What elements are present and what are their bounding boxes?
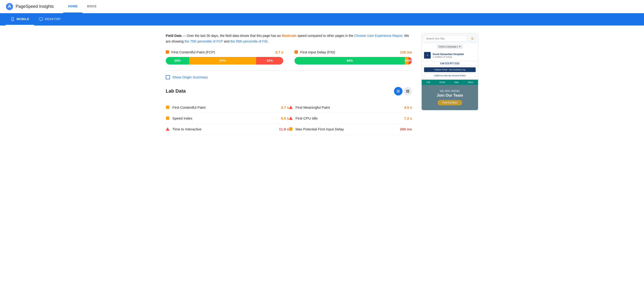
square-orange-icon-3 [289, 127, 292, 131]
lab-si-icon [166, 116, 170, 120]
origin-summary-checkbox[interactable] [166, 75, 170, 79]
lab-fci-name: First CPU Idle [296, 116, 401, 120]
fid-bar-green: 94% [294, 57, 405, 64]
svg-point-13 [472, 38, 473, 39]
fid-metric-card: First Input Delay (FID) 116 ms 94% 3% 3% [294, 50, 412, 64]
preview-buttons: Patient Portal - My.Goodsam.org Californ… [422, 66, 478, 80]
preview-attorney-button[interactable]: California Attorney General Notice [424, 73, 476, 78]
grid-view-icon [406, 89, 410, 93]
svg-line-14 [473, 39, 474, 40]
preview-hero-title: WE ARE HIRING [424, 90, 476, 92]
tab-desktop[interactable]: DESKTOP [34, 13, 65, 25]
lab-si-name: Speed Index [172, 116, 278, 120]
lab-mpfid-icon [289, 127, 293, 131]
field-data-section: Field Data — Over the last 30 days, the … [166, 33, 412, 79]
main-content: Field Data — Over the last 30 days, the … [156, 25, 488, 142]
preview-hospital-name: Good Samaritan Hospital [432, 52, 464, 56]
lab-fmp-icon [289, 105, 293, 109]
fcp-bar-green: 20% [166, 57, 189, 64]
preview-hospital-subtitle: A Tradition of Caring [432, 56, 464, 58]
preview-hospital-header: ✦ Good Samaritan Hospital A Tradition of… [422, 50, 478, 61]
svg-rect-3 [39, 18, 42, 20]
fcp-progress-bar: 20% 57% 22% [166, 57, 283, 64]
fid-dot-icon [294, 50, 298, 54]
preview-hero-big: Join Our Team [424, 93, 476, 98]
toggle-list-view-button[interactable] [394, 87, 402, 95]
preview-nav-email[interactable]: Email [440, 81, 445, 83]
lab-fcp-name: First Contentful Paint [172, 105, 278, 109]
lab-data-section: Lab Data [166, 87, 412, 135]
tab-mobile[interactable]: MOBILE [6, 13, 34, 25]
lab-si-value: 5.5 s [281, 116, 289, 120]
fcp-bar-red: 22% [256, 57, 283, 64]
fid-bar-red: 3% [408, 57, 412, 64]
speed-rating: Moderate [282, 34, 296, 38]
field-data-desc1: — Over the last 30 days, the field data … [182, 34, 282, 38]
fcp-metric-card: First Contentful Paint (FCP) 2.7 s 20% 5… [166, 50, 283, 64]
origin-summary-row[interactable]: Show Origin Summary [166, 75, 412, 79]
lab-metric-fcp: First Contentful Paint 3.7 s [166, 102, 289, 113]
right-panel: Select Language | ▼ ✦ Good Samaritan Hos… [422, 33, 478, 135]
nav-home[interactable]: HOME [63, 0, 82, 13]
field-data-desc2: speed compared to other pages in the [297, 34, 354, 38]
site-preview: Select Language | ▼ ✦ Good Samaritan Hos… [422, 33, 478, 110]
field-metrics-row: First Contentful Paint (FCP) 2.7 s 20% 5… [166, 50, 412, 64]
preview-hero-button[interactable]: Find Out More [438, 100, 462, 105]
lab-metric-tti: Time to Interactive 11.8 s [166, 124, 289, 135]
preview-nav-bar: Call Email Map Menu [422, 80, 478, 85]
chrome-report-link[interactable]: Chrome User Experience Report [354, 34, 402, 38]
toggle-grid-view-button[interactable] [404, 87, 412, 95]
field-data-title: Field Data [166, 34, 182, 38]
svg-point-2 [12, 20, 13, 20]
svg-rect-9 [406, 90, 408, 91]
top-nav: PageSpeed Insights HOME DOCS [0, 0, 644, 13]
svg-rect-12 [408, 91, 409, 92]
triangle-red-icon-2 [289, 117, 293, 120]
view-toggle [394, 87, 412, 95]
preview-search-button[interactable] [469, 35, 476, 42]
field-data-desc5: . [268, 39, 268, 43]
lab-metric-fmp: First Meaningful Paint 4.5 s [289, 102, 412, 113]
fcp-bar-orange: 57% [189, 57, 256, 64]
lab-metric-mpfid: Max Potential First Input Delay 200 ms [289, 124, 412, 135]
fid-progress-bar: 94% 3% 3% [294, 57, 412, 64]
preview-nav-map[interactable]: Map [454, 81, 458, 83]
preview-lang-button[interactable]: Select Language | ▼ [437, 45, 463, 49]
fid-header: First Input Delay (FID) 116 ms [294, 50, 412, 54]
triangle-red-icon [289, 106, 293, 109]
preview-hospital-logo-icon: ✦ [424, 52, 431, 59]
triangle-red-icon-3 [166, 127, 170, 131]
square-orange-icon-2 [166, 117, 169, 120]
fcp-value: 2.7 s [275, 50, 283, 54]
preview-patient-portal-button[interactable]: Patient Portal - My.Goodsam.org [424, 67, 476, 72]
fcp-percentile-link[interactable]: the 75th percentile of FCP [184, 39, 223, 43]
desktop-icon [39, 17, 43, 21]
lab-fci-icon [289, 116, 293, 120]
preview-call-bar: Call 213.977.2121 [422, 61, 478, 66]
nav-links: HOME DOCS [63, 0, 101, 13]
origin-summary-label[interactable]: Show Origin Summary [172, 75, 208, 79]
svg-rect-10 [408, 90, 409, 91]
lab-tti-icon [166, 127, 170, 131]
lab-mpfid-value: 200 ms [400, 127, 412, 131]
preview-nav-call[interactable]: Call [426, 81, 430, 83]
list-view-icon [396, 89, 400, 93]
preview-search-bar [422, 33, 478, 44]
lab-fcp-value: 3.7 s [281, 105, 289, 109]
preview-nav-menu[interactable]: Menu [468, 81, 473, 83]
nav-docs[interactable]: DOCS [82, 0, 101, 13]
lab-fci-value: 7.2 s [404, 116, 412, 120]
pagespeed-logo-icon [6, 3, 13, 10]
lab-metric-fci: First CPU Idle 7.2 s [289, 113, 412, 124]
mobile-icon [10, 17, 15, 21]
lab-mpfid-name: Max Potential First Input Delay [296, 127, 397, 131]
lab-data-header: Lab Data [166, 87, 412, 95]
field-data-desc4: and [223, 39, 230, 43]
square-orange-icon [166, 106, 169, 109]
svg-rect-8 [397, 92, 400, 92]
fcp-header: First Contentful Paint (FCP) 2.7 s [166, 50, 283, 54]
fid-value: 116 ms [400, 50, 412, 54]
fid-percentile-link[interactable]: the 95th percentile of FID [230, 39, 268, 43]
preview-search-input[interactable] [424, 35, 467, 42]
lab-metrics-grid: First Contentful Paint 3.7 s First Meani… [166, 102, 412, 135]
